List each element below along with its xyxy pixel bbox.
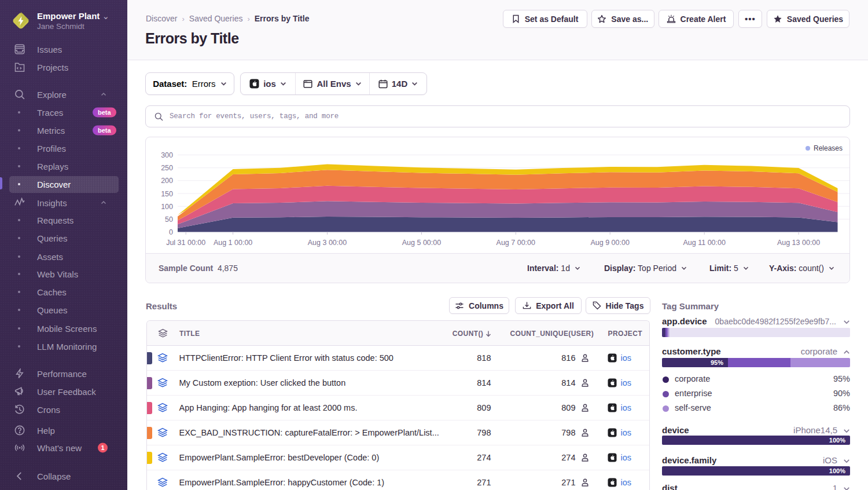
svg-text:Aug 13 00:00: Aug 13 00:00 (777, 239, 820, 247)
svg-text:Aug 7 00:00: Aug 7 00:00 (496, 239, 535, 247)
svg-text:Aug 9 00:00: Aug 9 00:00 (590, 239, 629, 247)
svg-text:Aug 5 00:00: Aug 5 00:00 (402, 239, 441, 247)
svg-text:0: 0 (169, 228, 173, 236)
svg-text:200: 200 (161, 177, 173, 185)
svg-text:Aug 3 00:00: Aug 3 00:00 (308, 239, 347, 247)
svg-text:150: 150 (161, 190, 173, 198)
svg-text:Aug 1 00:00: Aug 1 00:00 (214, 239, 252, 247)
svg-text:300: 300 (161, 151, 173, 159)
svg-text:Aug 11 00:00: Aug 11 00:00 (683, 239, 725, 247)
svg-text:250: 250 (161, 164, 173, 172)
svg-text:100: 100 (161, 203, 173, 211)
svg-text:Jul 31 00:00: Jul 31 00:00 (166, 239, 205, 247)
svg-text:50: 50 (165, 215, 173, 224)
svg-text:Releases: Releases (814, 144, 843, 152)
